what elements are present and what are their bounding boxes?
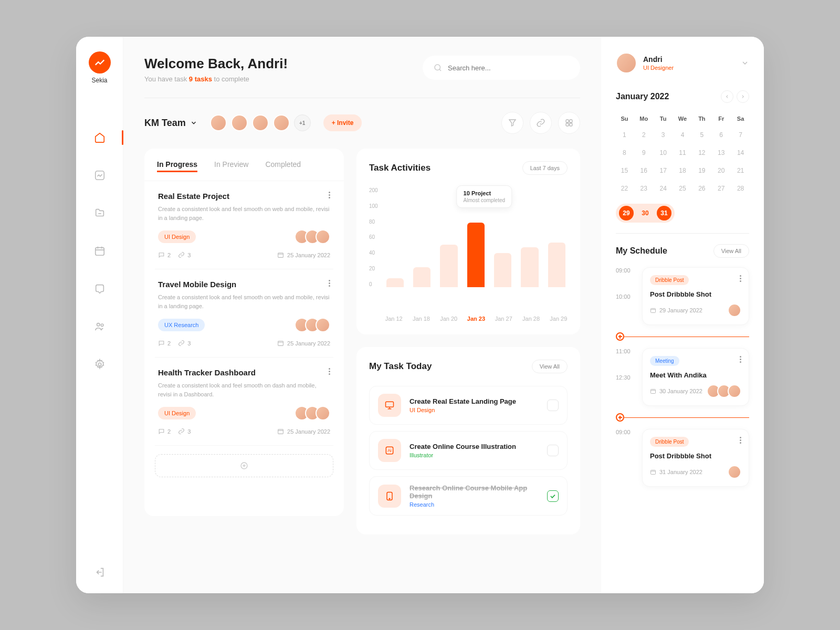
cal-day[interactable]: 18 [674,163,691,178]
cal-day[interactable]: 8 [616,145,633,161]
logo[interactable] [89,51,111,74]
task-item[interactable]: Real Estate Project Create a consistent … [155,181,333,269]
avatar[interactable] [210,114,227,131]
bar[interactable] [440,245,457,287]
task-checkbox[interactable] [547,400,559,411]
chart-range[interactable]: Last 7 days [522,161,568,175]
nav-folder[interactable] [93,207,106,219]
search-input[interactable] [448,64,570,72]
svg-rect-6 [566,120,569,122]
nav-settings[interactable] [93,358,106,371]
nav-calendar[interactable] [93,245,106,257]
cal-day[interactable]: 5 [693,127,710,143]
invite-button[interactable]: + Invite [323,114,362,131]
cal-day[interactable]: 24 [655,181,672,196]
cal-next[interactable] [737,90,749,103]
cal-day[interactable]: 23 [635,181,653,196]
today-task[interactable]: Research Online Course Mobile App Design… [369,476,568,516]
cal-day[interactable]: 9 [635,145,653,161]
avatar[interactable] [231,114,248,131]
bar[interactable] [386,278,404,287]
bar[interactable] [494,253,511,287]
today-task-tag: Research [410,501,539,508]
bar[interactable] [548,243,565,288]
grid-button[interactable] [558,112,580,134]
x-label: Jan 23 [467,316,485,322]
schedule-item: 11:0012:30 Meeting Meet With Andika 30 J… [616,348,749,406]
today-task[interactable]: Create Real Estate Landing PageUI Design [369,386,568,425]
cal-day-highlighted[interactable]: 29 [619,206,634,220]
nav-analytics[interactable] [93,169,106,182]
nav-logout[interactable] [93,566,106,579]
cal-day[interactable]: 14 [732,145,749,161]
cal-day[interactable]: 11 [674,145,691,161]
user-card[interactable]: AndriUI Designer [616,52,749,74]
right-panel: AndriUI Designer January 2022 SuMoTuWeTh… [601,37,764,593]
team-selector[interactable]: KM Team [144,118,197,129]
today-task[interactable]: Ai Create Online Course IllustrationIllu… [369,431,568,470]
cal-day[interactable]: 16 [635,163,653,178]
cal-day[interactable]: 1 [616,127,633,143]
task-checkbox[interactable] [547,445,559,456]
sidebar: Sekia [76,37,123,593]
cal-day[interactable]: 25 [674,181,691,196]
cal-day[interactable]: 28 [732,181,749,196]
bar[interactable] [521,247,538,287]
cal-day[interactable]: 12 [693,145,710,161]
today-title: My Task Today [369,361,432,372]
svg-point-18 [389,498,390,499]
schedule-menu[interactable] [740,275,741,290]
task-menu[interactable] [329,192,330,201]
schedule-title-text: Meet With Andika [650,371,741,379]
cal-day[interactable]: 3 [655,127,672,143]
cal-day[interactable]: 4 [674,127,691,143]
schedule-card[interactable]: Dribble Post Post Dribbble Shot 29 Janua… [642,267,749,325]
team-avatars: +1 [210,114,311,131]
nav-message[interactable] [93,282,106,295]
cal-day[interactable]: 26 [693,181,710,196]
cal-day[interactable]: 15 [616,163,633,178]
filter-button[interactable] [501,112,523,134]
cal-day[interactable]: 10 [655,145,672,161]
svg-rect-12 [278,429,284,434]
avatar[interactable] [252,114,269,131]
search-box[interactable] [423,56,580,80]
cal-day[interactable]: 20 [712,163,730,178]
cal-day[interactable]: 22 [616,181,633,196]
schedule-menu[interactable] [740,356,741,371]
cal-day[interactable]: 7 [732,127,749,143]
view-all-schedule[interactable]: View All [713,244,749,258]
task-menu[interactable] [329,280,330,289]
calendar-title: January 2022 [616,92,669,101]
cal-day[interactable]: 19 [693,163,710,178]
bar[interactable] [413,267,430,287]
link-button[interactable] [530,112,552,134]
schedule-card[interactable]: Meeting Meet With Andika 30 January 2022 [642,348,749,406]
tab-preview[interactable]: In Preview [214,160,248,172]
cal-day[interactable]: 2 [635,127,653,143]
tab-progress[interactable]: In Progress [157,160,197,172]
cal-day-highlighted[interactable]: 31 [657,206,671,220]
task-item[interactable]: Health Tracker Dashboard Create a consis… [155,358,333,446]
nav-home[interactable] [93,131,106,144]
avatar[interactable] [273,114,290,131]
task-item[interactable]: Travel Mobile Design Create a consistent… [155,269,333,358]
cal-day-highlighted[interactable]: 30 [638,206,653,220]
cal-day[interactable]: 21 [732,163,749,178]
schedule-menu[interactable] [740,437,741,452]
add-task-button[interactable] [155,454,333,477]
cal-day[interactable]: 17 [655,163,672,178]
cal-prev[interactable] [721,90,733,103]
bar[interactable] [467,223,485,288]
tab-completed[interactable]: Completed [265,160,301,172]
cal-day[interactable]: 6 [712,127,730,143]
cal-day[interactable]: 27 [712,181,730,196]
task-checkbox[interactable] [547,490,559,502]
task-desc: Create a consistent look and feel smooth… [158,293,330,310]
view-all-tasks[interactable]: View All [532,360,568,373]
schedule-card[interactable]: Dribble Post Post Dribbble Shot 31 Janua… [642,429,749,487]
nav-team[interactable] [93,320,106,333]
cal-day[interactable]: 13 [712,145,730,161]
task-menu[interactable] [329,368,330,377]
avatar-more[interactable]: +1 [294,114,311,131]
